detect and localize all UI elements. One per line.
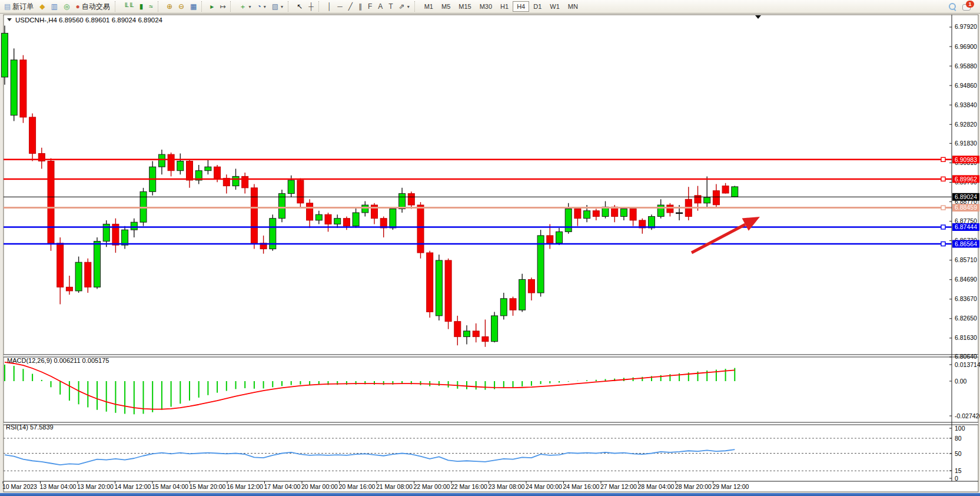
- macd-indicator-label: MACD(12,26,9) 0.006211 0.005175: [7, 357, 109, 364]
- candle-body: [390, 209, 396, 228]
- rsi-tick-label: 15: [955, 467, 962, 474]
- window-bottom-edge: [0, 493, 980, 496]
- candle-body: [325, 214, 331, 224]
- time-axis-label: 28 Mar 20:00: [675, 483, 712, 490]
- candle-body: [297, 180, 304, 203]
- candle-body: [519, 279, 526, 310]
- candle-body: [464, 331, 470, 337]
- macd-tick-label: -0.027426: [955, 412, 980, 419]
- price-tick-label: 6.85710: [955, 256, 977, 263]
- chart-canvas[interactable]: 6.979206.969006.958806.948606.938406.928…: [0, 0, 980, 496]
- candle-body: [205, 167, 211, 170]
- time-axis-label: 20 Mar 00:00: [301, 483, 338, 490]
- macd-tick-label: 0.00: [955, 378, 967, 385]
- candle-body: [547, 236, 553, 243]
- candle-body: [11, 60, 17, 115]
- candle-body: [362, 205, 368, 213]
- candle-body: [158, 154, 165, 167]
- candle-body: [593, 211, 599, 217]
- candle-body: [574, 209, 581, 219]
- candle-body: [408, 194, 414, 205]
- time-axis-label: 10 Mar 2023: [2, 483, 37, 490]
- time-axis-label: 15 Mar 04:00: [152, 483, 188, 490]
- line-anchor-marker[interactable]: [941, 225, 945, 229]
- candle-body: [491, 316, 498, 342]
- candle-body: [713, 191, 719, 205]
- price-tick-label: 6.82650: [955, 315, 977, 322]
- candle-body: [66, 287, 72, 290]
- candle-body: [2, 33, 8, 77]
- chart-title: USDCNH-,H4 6.89560 6.89601 6.89024 6.890…: [15, 16, 163, 24]
- candle-body: [473, 331, 479, 337]
- candle-body: [620, 209, 627, 217]
- candle-body: [657, 205, 664, 216]
- time-axis-label: 20 Mar 16:00: [339, 483, 376, 490]
- time-axis-label: 22 Mar 16:00: [451, 483, 487, 490]
- candle-body: [232, 176, 239, 186]
- time-axis-label: 13 Mar 04:00: [40, 483, 77, 490]
- price-badge-label: 6.88459: [955, 204, 977, 211]
- candle-body: [417, 205, 424, 253]
- line-anchor-marker[interactable]: [941, 206, 945, 210]
- candle-body: [307, 203, 313, 220]
- candle-body: [334, 219, 341, 224]
- time-axis-label: 27 Mar 12:00: [600, 483, 637, 490]
- price-badge-label: 6.89962: [955, 176, 977, 183]
- candle-body: [704, 197, 710, 203]
- price-badge-label: 6.89024: [955, 193, 977, 200]
- candle-body: [251, 188, 257, 243]
- candle-body: [399, 194, 406, 209]
- candle-body: [353, 213, 359, 226]
- candle-body: [214, 167, 221, 178]
- time-axis-label: 24 Mar 00:00: [526, 483, 562, 490]
- time-axis-label: 28 Mar 04:00: [638, 483, 675, 490]
- candle-body: [48, 161, 54, 243]
- price-badge-label: 6.90983: [955, 156, 977, 163]
- candle-body: [565, 209, 572, 232]
- rsi-indicator-label: RSI(14) 57.5839: [6, 424, 54, 431]
- line-anchor-marker[interactable]: [941, 177, 945, 181]
- candle-body: [75, 262, 82, 291]
- candle-body: [649, 216, 655, 227]
- candle-body: [584, 211, 590, 219]
- candle-body: [315, 214, 322, 220]
- candle-body: [122, 230, 128, 245]
- candle-body: [20, 60, 26, 117]
- candle-body: [242, 176, 248, 187]
- candle-body: [57, 243, 64, 287]
- candle-body: [131, 222, 137, 230]
- candle-body: [85, 262, 91, 287]
- candle-body: [510, 299, 516, 310]
- rsi-tick-label: 80: [955, 435, 962, 442]
- price-tick-label: 6.83670: [955, 295, 977, 302]
- price-badge-label: 6.86564: [955, 240, 977, 247]
- candle-body: [732, 187, 738, 197]
- candle-body: [630, 209, 636, 220]
- time-axis-label: 14 Mar 12:00: [115, 483, 151, 490]
- rsi-tick-label: 100: [955, 425, 965, 432]
- candle-body: [187, 161, 193, 180]
- price-tick-label: 6.80640: [955, 353, 977, 360]
- candle-body: [454, 322, 461, 337]
- rsi-tick-label: 0: [955, 475, 958, 482]
- time-axis-label: 16 Mar 12:00: [227, 483, 263, 490]
- candle-body: [279, 194, 285, 219]
- price-tick-label: 6.96900: [955, 43, 977, 50]
- chart-window-frame: [4, 15, 978, 492]
- price-badge-label: 6.87444: [955, 223, 977, 230]
- time-axis-label: 29 Mar 12:00: [713, 483, 749, 490]
- price-tick-label: 6.93840: [955, 101, 977, 108]
- time-axis-label: 21 Mar 08:00: [376, 483, 413, 490]
- price-tick-label: 6.92820: [955, 121, 977, 128]
- candle-body: [556, 232, 563, 243]
- macd-tick-label: 0.013714: [955, 361, 980, 368]
- price-tick-label: 6.94860: [955, 82, 977, 89]
- candle-body: [177, 161, 184, 170]
- candle-body: [695, 196, 701, 203]
- candle-body: [343, 219, 350, 226]
- price-tick-label: 6.84690: [955, 276, 977, 283]
- candle-body: [528, 279, 534, 293]
- line-anchor-marker[interactable]: [941, 157, 945, 161]
- candle-body: [168, 154, 174, 171]
- line-anchor-marker[interactable]: [941, 242, 945, 246]
